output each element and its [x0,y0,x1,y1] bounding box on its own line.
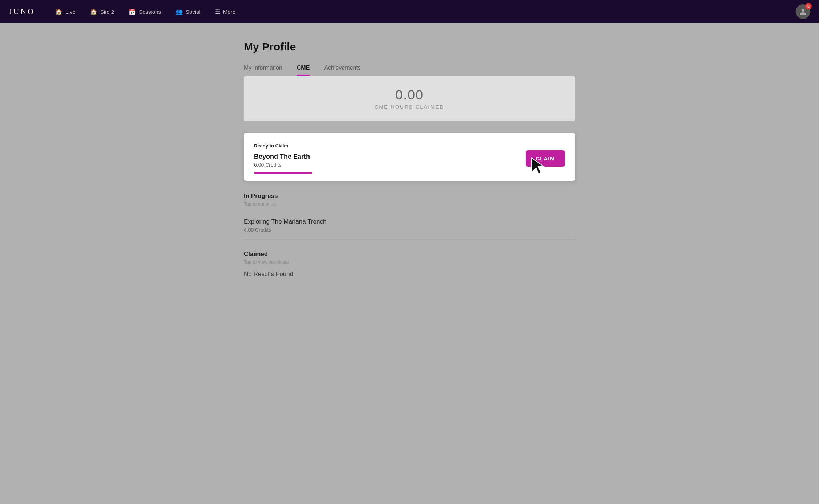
course-name: Exploring The Mariana Trench [244,218,575,225]
claim-button-area: CLAIM [526,150,565,167]
menu-icon: ☰ [215,8,220,15]
calendar-icon: 📅 [129,8,136,15]
claim-card-left: Ready to Claim Beyond The Earth 6.00 Cre… [254,143,312,174]
in-progress-subtitle: Tap to continue [244,201,575,207]
nav-items: 🏠 Live 🏠 Site 2 📅 Sessions 👥 Social ☰ Mo… [49,5,796,18]
claimed-section: Claimed Tap to view certificate No Resul… [244,251,575,278]
tab-my-information[interactable]: My Information [244,65,282,76]
claimed-title: Claimed [244,251,575,258]
course-row[interactable]: Exploring The Mariana Trench 4.00 Credit… [244,212,575,239]
cme-hours-value: 0.00 [255,88,564,103]
course-credits: 4.00 Credits [244,227,575,233]
people-icon: 👥 [176,8,183,15]
ready-to-claim-title: Ready to Claim [254,143,312,149]
nav-label-social: Social [186,9,201,15]
cme-hours-label: CME HOURS CLAIMED [255,104,564,110]
no-results: No Results Found [244,271,575,278]
nav-item-more[interactable]: ☰ More [209,5,241,18]
ready-to-claim-section: Ready to Claim Beyond The Earth 6.00 Cre… [244,133,575,181]
claimed-subtitle: Tap to view certificate [244,259,575,265]
tab-cme[interactable]: CME [297,65,310,76]
nav-item-social[interactable]: 👥 Social [170,5,206,18]
nav-item-live[interactable]: 🏠 Live [49,5,81,18]
home-icon: 🏠 [55,8,62,15]
nav-label-live: Live [65,9,76,15]
claim-item-credits: 6.00 Credits [254,162,312,168]
claim-button[interactable]: CLAIM [526,150,565,167]
nav-label-sessions: Sessions [139,9,161,15]
nav-item-site2[interactable]: 🏠 Site 2 [84,5,120,18]
nav-label-site2: Site 2 [100,9,114,15]
navbar: JUNO 🏠 Live 🏠 Site 2 📅 Sessions 👥 Social… [0,0,819,23]
progress-bar-fill [254,172,312,174]
site2-icon: 🏠 [90,8,97,15]
tab-achievements[interactable]: Achievements [324,65,361,76]
in-progress-section: In Progress Tap to continue Exploring Th… [244,192,575,239]
claim-card: Ready to Claim Beyond The Earth 6.00 Cre… [244,133,575,181]
claim-item-name: Beyond The Earth [254,153,312,160]
avatar[interactable]: 8 [796,4,810,19]
page-title: My Profile [244,41,575,53]
app-logo: JUNO [9,7,35,16]
in-progress-title: In Progress [244,192,575,200]
cme-hours-box: 0.00 CME HOURS CLAIMED [244,76,575,121]
nav-item-sessions[interactable]: 📅 Sessions [123,5,167,18]
tab-bar: My Information CME Achievements [244,65,575,76]
notification-badge: 8 [805,3,812,9]
page-content: My Profile My Information CME Achievemen… [235,23,584,295]
nav-label-more: More [223,9,235,15]
progress-bar-container [254,172,312,174]
